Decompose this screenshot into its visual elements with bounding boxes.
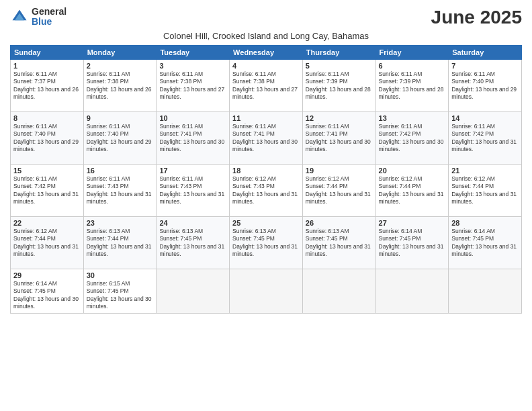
subtitle: Colonel Hill, Crooked Island and Long Ca…: [10, 31, 522, 41]
table-row: 21 Sunrise: 6:12 AM Sunset: 7:44 PM Dayl…: [449, 165, 522, 217]
day-number: 16: [87, 167, 154, 175]
day-number: 3: [159, 62, 226, 70]
day-number: 15: [13, 167, 81, 175]
day-info: Sunrise: 6:11 AM Sunset: 7:40 PM Dayligh…: [13, 123, 81, 154]
day-info: Sunrise: 6:13 AM Sunset: 7:45 PM Dayligh…: [232, 228, 300, 259]
day-info: Sunrise: 6:12 AM Sunset: 7:43 PM Dayligh…: [232, 175, 300, 206]
table-row: 22 Sunrise: 6:12 AM Sunset: 7:44 PM Dayl…: [11, 217, 84, 269]
day-number: 9: [87, 114, 154, 122]
day-number: 11: [232, 114, 300, 122]
day-number: 27: [379, 219, 446, 227]
day-number: 10: [159, 114, 226, 122]
table-row: 29 Sunrise: 6:14 AM Sunset: 7:45 PM Dayl…: [11, 269, 84, 314]
col-tuesday: Tuesday: [157, 46, 230, 60]
day-info: Sunrise: 6:14 AM Sunset: 7:45 PM Dayligh…: [379, 228, 446, 259]
table-row: 12 Sunrise: 6:11 AM Sunset: 7:41 PM Dayl…: [302, 112, 375, 165]
day-info: Sunrise: 6:11 AM Sunset: 7:42 PM Dayligh…: [379, 123, 446, 154]
logo: General Blue: [10, 7, 66, 28]
table-row: 19 Sunrise: 6:12 AM Sunset: 7:44 PM Dayl…: [302, 165, 375, 217]
day-info: Sunrise: 6:12 AM Sunset: 7:44 PM Dayligh…: [379, 175, 446, 206]
day-info: Sunrise: 6:11 AM Sunset: 7:42 PM Dayligh…: [451, 123, 519, 154]
day-info: Sunrise: 6:11 AM Sunset: 7:40 PM Dayligh…: [87, 123, 154, 154]
day-number: 22: [13, 219, 81, 227]
calendar-row: 8 Sunrise: 6:11 AM Sunset: 7:40 PM Dayli…: [11, 112, 522, 165]
table-row: 20 Sunrise: 6:12 AM Sunset: 7:44 PM Dayl…: [375, 165, 449, 217]
col-friday: Friday: [375, 46, 449, 60]
table-row: 3 Sunrise: 6:11 AM Sunset: 7:38 PM Dayli…: [157, 60, 230, 112]
day-number: 30: [87, 271, 154, 279]
table-row: 7 Sunrise: 6:11 AM Sunset: 7:40 PM Dayli…: [449, 60, 522, 112]
table-row: 18 Sunrise: 6:12 AM Sunset: 7:43 PM Dayl…: [230, 165, 303, 217]
calendar-row: 1 Sunrise: 6:11 AM Sunset: 7:37 PM Dayli…: [11, 60, 522, 112]
table-row: 5 Sunrise: 6:11 AM Sunset: 7:39 PM Dayli…: [302, 60, 375, 112]
calendar-row: 29 Sunrise: 6:14 AM Sunset: 7:45 PM Dayl…: [11, 269, 522, 314]
day-info: Sunrise: 6:13 AM Sunset: 7:45 PM Dayligh…: [306, 228, 373, 259]
table-row: 8 Sunrise: 6:11 AM Sunset: 7:40 PM Dayli…: [11, 112, 84, 165]
day-info: Sunrise: 6:12 AM Sunset: 7:44 PM Dayligh…: [13, 228, 81, 259]
day-number: 4: [232, 62, 300, 70]
table-row: 15 Sunrise: 6:11 AM Sunset: 7:42 PM Dayl…: [11, 165, 84, 217]
logo-blue: Blue: [32, 17, 66, 27]
header: General Blue June 2025: [10, 7, 522, 28]
col-sunday: Sunday: [11, 46, 84, 60]
day-info: Sunrise: 6:11 AM Sunset: 7:38 PM Dayligh…: [87, 71, 154, 101]
day-number: 19: [306, 167, 373, 175]
day-info: Sunrise: 6:11 AM Sunset: 7:41 PM Dayligh…: [232, 123, 300, 154]
table-row: 10 Sunrise: 6:11 AM Sunset: 7:41 PM Dayl…: [157, 112, 230, 165]
calendar-row: 22 Sunrise: 6:12 AM Sunset: 7:44 PM Dayl…: [11, 217, 522, 269]
day-number: 8: [13, 114, 81, 122]
table-row: 2 Sunrise: 6:11 AM Sunset: 7:38 PM Dayli…: [83, 60, 157, 112]
page: General Blue June 2025 Colonel Hill, Cro…: [0, 0, 532, 411]
day-info: Sunrise: 6:13 AM Sunset: 7:44 PM Dayligh…: [87, 228, 154, 259]
table-row: 23 Sunrise: 6:13 AM Sunset: 7:44 PM Dayl…: [83, 217, 157, 269]
day-number: 13: [379, 114, 446, 122]
day-info: Sunrise: 6:11 AM Sunset: 7:43 PM Dayligh…: [87, 175, 154, 206]
day-number: 29: [13, 271, 81, 279]
day-number: 12: [306, 114, 373, 122]
day-info: Sunrise: 6:11 AM Sunset: 7:42 PM Dayligh…: [13, 175, 81, 206]
day-info: Sunrise: 6:11 AM Sunset: 7:39 PM Dayligh…: [379, 71, 446, 101]
day-info: Sunrise: 6:11 AM Sunset: 7:37 PM Dayligh…: [13, 71, 81, 101]
logo-icon: [10, 7, 29, 26]
table-row: 4 Sunrise: 6:11 AM Sunset: 7:38 PM Dayli…: [230, 60, 303, 112]
table-row: 28 Sunrise: 6:14 AM Sunset: 7:45 PM Dayl…: [449, 217, 522, 269]
day-info: Sunrise: 6:11 AM Sunset: 7:40 PM Dayligh…: [451, 71, 519, 101]
day-info: Sunrise: 6:11 AM Sunset: 7:43 PM Dayligh…: [159, 175, 226, 206]
table-row: [449, 269, 522, 314]
table-row: [157, 269, 230, 314]
day-number: 28: [451, 219, 519, 227]
table-row: 25 Sunrise: 6:13 AM Sunset: 7:45 PM Dayl…: [230, 217, 303, 269]
day-info: Sunrise: 6:11 AM Sunset: 7:39 PM Dayligh…: [306, 71, 373, 101]
table-row: 14 Sunrise: 6:11 AM Sunset: 7:42 PM Dayl…: [449, 112, 522, 165]
table-row: [230, 269, 303, 314]
day-number: 1: [13, 62, 81, 70]
day-number: 21: [451, 167, 519, 175]
table-row: 13 Sunrise: 6:11 AM Sunset: 7:42 PM Dayl…: [375, 112, 449, 165]
col-saturday: Saturday: [449, 46, 522, 60]
col-wednesday: Wednesday: [230, 46, 303, 60]
table-row: [375, 269, 449, 314]
calendar-header-row: Sunday Monday Tuesday Wednesday Thursday…: [11, 46, 522, 60]
col-monday: Monday: [83, 46, 157, 60]
col-thursday: Thursday: [302, 46, 375, 60]
day-info: Sunrise: 6:11 AM Sunset: 7:41 PM Dayligh…: [306, 123, 373, 154]
table-row: [302, 269, 375, 314]
table-row: 9 Sunrise: 6:11 AM Sunset: 7:40 PM Dayli…: [83, 112, 157, 165]
day-number: 18: [232, 167, 300, 175]
calendar-row: 15 Sunrise: 6:11 AM Sunset: 7:42 PM Dayl…: [11, 165, 522, 217]
day-info: Sunrise: 6:11 AM Sunset: 7:38 PM Dayligh…: [159, 71, 226, 101]
day-number: 26: [306, 219, 373, 227]
table-row: 30 Sunrise: 6:15 AM Sunset: 7:45 PM Dayl…: [83, 269, 157, 314]
day-info: Sunrise: 6:12 AM Sunset: 7:44 PM Dayligh…: [451, 175, 519, 206]
day-info: Sunrise: 6:14 AM Sunset: 7:45 PM Dayligh…: [13, 280, 81, 311]
day-number: 14: [451, 114, 519, 122]
table-row: 17 Sunrise: 6:11 AM Sunset: 7:43 PM Dayl…: [157, 165, 230, 217]
table-row: 24 Sunrise: 6:13 AM Sunset: 7:45 PM Dayl…: [157, 217, 230, 269]
day-info: Sunrise: 6:11 AM Sunset: 7:41 PM Dayligh…: [159, 123, 226, 154]
day-number: 17: [159, 167, 226, 175]
day-number: 7: [451, 62, 519, 70]
day-number: 5: [306, 62, 373, 70]
day-number: 23: [87, 219, 154, 227]
table-row: 1 Sunrise: 6:11 AM Sunset: 7:37 PM Dayli…: [11, 60, 84, 112]
day-number: 20: [379, 167, 446, 175]
